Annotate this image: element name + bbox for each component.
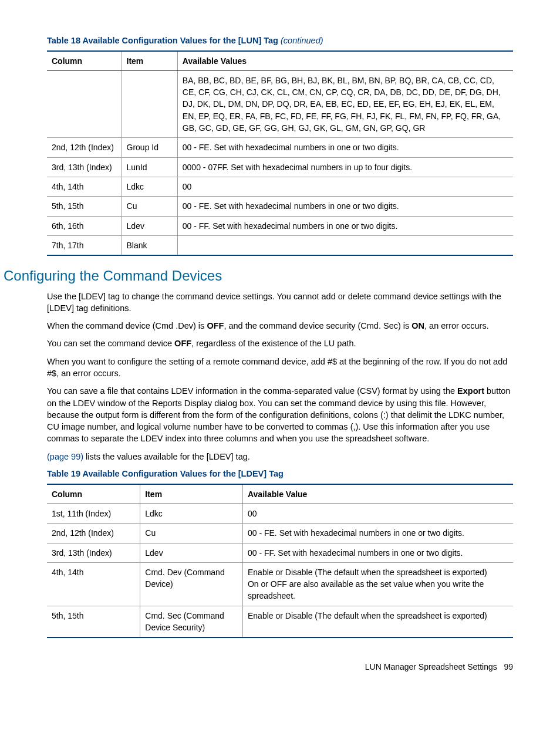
cell: 00 - FF. Set with hexadecimal numbers in… bbox=[242, 543, 513, 562]
page-footer: LUN Manager Spreadsheet Settings 99 bbox=[47, 661, 513, 673]
cell: 5th, 15th bbox=[47, 606, 140, 637]
table-row: 5th, 15th Cmd. Sec (Command Device Secur… bbox=[47, 606, 513, 637]
table19-header-column: Column bbox=[47, 484, 140, 504]
paragraph: You can save a file that contains LDEV i… bbox=[47, 385, 513, 444]
table-row: 7th, 17th Blank bbox=[47, 235, 513, 255]
table18-title: Table 18 Available Configuration Values … bbox=[47, 35, 513, 47]
cell: BA, BB, BC, BD, BE, BF, BG, BH, BJ, BK, … bbox=[177, 70, 513, 137]
paragraph: You can set the command device OFF, rega… bbox=[47, 337, 513, 349]
cell: Enable or Disable (The default when the … bbox=[242, 606, 513, 637]
cell: Ldkc bbox=[122, 177, 177, 196]
page-reference-link[interactable]: (page 99) bbox=[47, 452, 83, 461]
cell: Cmd. Dev (Command Device) bbox=[140, 562, 243, 606]
cell: Blank bbox=[122, 235, 177, 255]
section-heading: Configuring the Command Devices bbox=[4, 266, 513, 285]
table19-header-item: Item bbox=[140, 484, 243, 504]
cell: Ldev bbox=[140, 543, 243, 562]
paragraph: When the command device (Cmd .Dev) is OF… bbox=[47, 320, 513, 332]
cell: Cu bbox=[122, 197, 177, 216]
cell: 7th, 17th bbox=[47, 235, 122, 255]
cell: Group Id bbox=[122, 138, 177, 157]
table19-header-value: Available Value bbox=[242, 484, 513, 504]
table-row: 3rd, 13th (Index) LunId 0000 - 07FF. Set… bbox=[47, 157, 513, 177]
cell: 1st, 11th (Index) bbox=[47, 504, 140, 523]
cell bbox=[122, 70, 177, 137]
bold-text: ON bbox=[411, 321, 424, 330]
table18-header-item: Item bbox=[122, 51, 177, 71]
table19: Column Item Available Value 1st, 11th (I… bbox=[47, 484, 513, 639]
cell: 00 - FF. Set with hexadecimal numbers in… bbox=[177, 216, 513, 235]
cell: 00 - FE. Set with hexadecimal numbers in… bbox=[242, 524, 513, 543]
text: When the command device (Cmd .Dev) is bbox=[47, 321, 207, 330]
cell: 2nd, 12th (Index) bbox=[47, 138, 122, 157]
text: You can save a file that contains LDEV i… bbox=[47, 386, 457, 396]
cell: 6th, 16th bbox=[47, 216, 122, 235]
cell: 3rd, 13th (Index) bbox=[47, 543, 140, 562]
cell: LunId bbox=[122, 157, 177, 177]
cell: 00 - FE. Set with hexadecimal numbers in… bbox=[177, 138, 513, 157]
table18: Column Item Available Values BA, BB, BC,… bbox=[47, 50, 513, 256]
cell: Cmd. Sec (Command Device Security) bbox=[140, 606, 243, 637]
cell: Enable or Disable (The default when the … bbox=[242, 562, 513, 606]
bold-text: Export bbox=[457, 386, 484, 396]
table-row: 2nd, 12th (Index) Cu 00 - FE. Set with h… bbox=[47, 524, 513, 543]
bold-text: OFF bbox=[207, 321, 224, 330]
footer-text: LUN Manager Spreadsheet Settings bbox=[365, 662, 497, 671]
page-number: 99 bbox=[504, 662, 513, 671]
cell: 0000 - 07FF. Set with hexadecimal number… bbox=[177, 157, 513, 177]
cell: 00 bbox=[177, 177, 513, 196]
table-row: 4th, 14th Cmd. Dev (Command Device) Enab… bbox=[47, 562, 513, 606]
table-row: 3rd, 13th (Index) Ldev 00 - FF. Set with… bbox=[47, 543, 513, 562]
table18-header-values: Available Values bbox=[177, 51, 513, 71]
paragraph: When you want to configure the setting o… bbox=[47, 356, 513, 380]
cell: 2nd, 12th (Index) bbox=[47, 524, 140, 543]
text: , and the command device security (Cmd. … bbox=[224, 321, 411, 330]
cell: Ldkc bbox=[140, 504, 243, 523]
table-row: 6th, 16th Ldev 00 - FF. Set with hexadec… bbox=[47, 216, 513, 235]
table-row: 2nd, 12th (Index) Group Id 00 - FE. Set … bbox=[47, 138, 513, 157]
table-row: 4th, 14th Ldkc 00 bbox=[47, 177, 513, 196]
cell bbox=[177, 235, 513, 255]
table-row: 1st, 11th (Index) Ldkc 00 bbox=[47, 504, 513, 523]
table-row: BA, BB, BC, BD, BE, BF, BG, BH, BJ, BK, … bbox=[47, 70, 513, 137]
text: , regardless of the existence of the LU … bbox=[191, 339, 356, 348]
cell: 4th, 14th bbox=[47, 177, 122, 196]
cell: 3rd, 13th (Index) bbox=[47, 157, 122, 177]
table18-continued: (continued) bbox=[281, 36, 323, 45]
text: lists the values available for the [LDEV… bbox=[83, 452, 250, 461]
paragraph: Use the [LDEV] tag to change the command… bbox=[47, 291, 513, 315]
table18-title-text: Table 18 Available Configuration Values … bbox=[47, 36, 281, 45]
cell: Ldev bbox=[122, 216, 177, 235]
table18-header-column: Column bbox=[47, 51, 122, 71]
cell: 00 bbox=[242, 504, 513, 523]
cell: 4th, 14th bbox=[47, 562, 140, 606]
text: , an error occurs. bbox=[424, 321, 489, 330]
text: You can set the command device bbox=[47, 339, 174, 348]
table-row: 5th, 15th Cu 00 - FE. Set with hexadecim… bbox=[47, 197, 513, 216]
table19-title: Table 19 Available Configuration Values … bbox=[47, 468, 513, 480]
cell: Cu bbox=[140, 524, 243, 543]
bold-text: OFF bbox=[174, 339, 191, 348]
paragraph: (page 99) lists the values available for… bbox=[47, 451, 513, 463]
cell: 00 - FE. Set with hexadecimal numbers in… bbox=[177, 197, 513, 216]
cell: 5th, 15th bbox=[47, 197, 122, 216]
cell bbox=[47, 70, 122, 137]
